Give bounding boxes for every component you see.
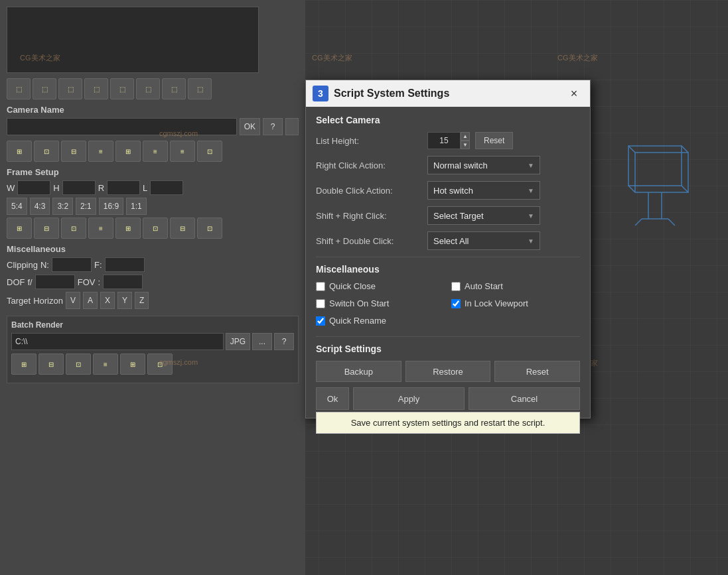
auto-start-checkbox[interactable] [451,282,461,291]
y-btn[interactable]: Y [117,292,132,309]
misc-checkboxes: Quick Close Auto Start Switch On Start I… [316,281,580,330]
action-btn-row: Ok Apply Cancel [316,387,580,410]
shift-right-dropdown[interactable]: Select Target ▼ [427,206,540,225]
fov-input[interactable] [103,275,143,289]
shift-double-dropdown[interactable]: Select All ▼ [427,231,540,250]
ok-button[interactable]: OK [240,118,260,135]
batch-path-input[interactable] [11,333,224,350]
toolbar-btn-4[interactable]: ⬚ [84,78,108,99]
shift-double-row: Shift + Double Click: Select All ▼ [316,231,580,250]
batch-help-btn[interactable]: ? [274,333,294,350]
apply-button[interactable]: Apply [353,387,465,410]
cam-icon-2[interactable]: ⊡ [34,141,59,162]
dof-input[interactable] [35,275,75,289]
batch-icon-2[interactable]: ⊟ [38,353,64,375]
in-lock-viewport-checkbox[interactable] [451,299,461,308]
batch-icon-4[interactable]: ≡ [93,353,118,375]
spinner-down[interactable]: ▼ [461,141,470,149]
list-height-spinner: ▲ ▼ [427,132,470,149]
f-slash-label: f/ [27,277,32,287]
shift-right-arrow-icon: ▼ [528,212,534,220]
z-btn[interactable]: Z [135,292,149,309]
camera-name-input[interactable] [7,118,237,135]
restore-button[interactable]: Restore [405,361,491,382]
cam-icon-8[interactable]: ⊡ [197,141,222,162]
spinner-up[interactable]: ▲ [461,132,470,141]
h-input[interactable] [62,180,96,195]
double-click-label: Double Click Action: [316,186,422,196]
double-click-value: Hot switch [433,186,473,196]
cam-icon-1[interactable]: ⊞ [7,141,32,162]
h-label: H [53,183,59,193]
misc-target-row: Target Horizon V A X Y Z [7,292,299,309]
batch-icon-1[interactable]: ⊞ [11,353,36,375]
icon2-5[interactable]: ⊞ [115,218,141,239]
quick-rename-checkbox[interactable] [316,316,325,326]
cancel-button[interactable]: Cancel [469,387,580,410]
icons-row-2: ⊞ ⊟ ⊡ ≡ ⊞ ⊡ ⊟ ⊡ [7,218,299,239]
ratio-54[interactable]: 5:4 [7,198,27,215]
double-click-dropdown[interactable]: Hot switch ▼ [427,181,540,200]
toolbar-btn-7[interactable]: ⬚ [162,78,186,99]
select-camera-title: Select Camera [316,115,580,125]
preview-box [7,7,259,73]
right-click-dropdown[interactable]: Normal switch ▼ [427,156,540,174]
n-input[interactable] [52,257,92,272]
cam-icon-3[interactable]: ⊟ [61,141,86,162]
extra-btn[interactable] [285,118,299,135]
ratio-11[interactable]: 1:1 [126,198,147,215]
script-settings-title: Script Settings [316,344,580,354]
l-input[interactable] [150,180,183,195]
double-click-row: Double Click Action: Hot switch ▼ [316,181,580,200]
quick-close-label: Quick Close [329,281,376,291]
list-height-reset[interactable]: Reset [475,132,513,149]
dialog-close-button[interactable]: × [565,84,583,103]
r-input[interactable] [107,180,140,195]
ok-dialog-button[interactable]: Ok [316,387,349,410]
w-input[interactable] [17,180,50,195]
cam-icon-4[interactable]: ≡ [88,141,113,162]
x-btn[interactable]: X [100,292,115,309]
reset-button[interactable]: Reset [494,361,580,382]
n-label: N: [40,260,49,270]
ratio-21[interactable]: 2:1 [76,198,96,215]
toolbar-btn-5[interactable]: ⬚ [110,78,134,99]
ratio-169[interactable]: 16:9 [99,198,123,215]
icon2-1[interactable]: ⊞ [7,218,32,239]
backup-button[interactable]: Backup [316,361,401,382]
v-btn[interactable]: V [66,292,80,309]
quick-close-checkbox[interactable] [316,282,325,291]
batch-browse-btn[interactable]: ... [252,333,272,350]
question-button[interactable]: ? [263,118,283,135]
ratio-32[interactable]: 3:2 [52,198,73,215]
icon2-8[interactable]: ⊡ [197,218,222,239]
cam-icon-6[interactable]: ≡ [143,141,168,162]
list-height-input[interactable] [427,132,461,149]
toolbar-btn-1[interactable]: ⬚ [7,78,31,99]
a-btn[interactable]: A [83,292,98,309]
toolbar-btn-3[interactable]: ⬚ [58,78,82,99]
icon2-6[interactable]: ⊡ [143,218,168,239]
batch-icon-5[interactable]: ⊞ [120,353,145,375]
divider-1 [316,257,580,257]
tooltip-text: Save current system settings and restart… [316,412,580,434]
batch-icon-3[interactable]: ⊡ [66,353,91,375]
shift-right-value: Select Target [433,211,484,221]
f-input[interactable] [105,257,145,272]
batch-icon-6[interactable]: ⊡ [147,353,173,375]
toolbar-btn-8[interactable]: ⬚ [188,78,212,99]
batch-format-btn[interactable]: JPG [226,333,250,350]
toolbar-btn-2[interactable]: ⬚ [33,78,56,99]
cam-icon-7[interactable]: ≡ [170,141,195,162]
camera-icons-row: ⊞ ⊡ ⊟ ≡ ⊞ ≡ ≡ ⊡ [7,141,299,162]
toolbar-btn-6[interactable]: ⬚ [136,78,160,99]
switch-on-start-checkbox[interactable] [316,299,325,308]
cam-icon-5[interactable]: ⊞ [115,141,141,162]
auto-start-label: Auto Start [465,281,503,291]
icon2-7[interactable]: ⊟ [170,218,195,239]
icon2-4[interactable]: ≡ [88,218,113,239]
icon2-2[interactable]: ⊟ [34,218,59,239]
dialog-icon: 3 [313,86,328,101]
ratio-43[interactable]: 4:3 [30,198,50,215]
icon2-3[interactable]: ⊡ [61,218,86,239]
